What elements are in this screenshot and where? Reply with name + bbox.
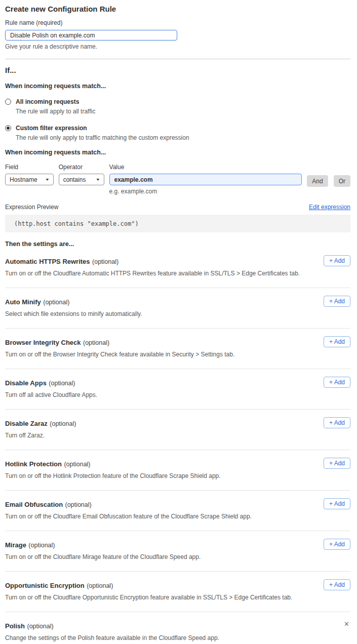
setting-name: Automatic HTTPS Rewrites — [5, 258, 90, 265]
setting-row: Auto Minify (optional) Select which file… — [5, 288, 350, 329]
expression-preview-box: (http.host contains "example.com") — [5, 215, 350, 232]
setting-optional-label: (optional) — [43, 299, 69, 306]
setting-optional-label: (optional) — [64, 461, 90, 468]
setting-optional-label: (optional) — [83, 339, 109, 346]
setting-row: Mirage (optional) Turn on or off the Clo… — [5, 531, 350, 572]
page-title: Create new Configuration Rule — [5, 5, 350, 14]
rule-name-helper: Give your rule a descriptive name. — [5, 43, 350, 50]
add-setting-button[interactable]: + Add — [324, 498, 350, 509]
expression-preview-label: Expression Preview — [5, 204, 58, 211]
setting-description: Turn on or off the Browser Integrity Che… — [5, 351, 350, 358]
add-setting-button[interactable]: + Add — [324, 579, 350, 590]
setting-optional-label: (optional) — [27, 623, 53, 630]
operator-select[interactable]: contains ▼ — [59, 174, 104, 185]
setting-name: Email Obfuscation — [5, 501, 63, 508]
settings-list: Automatic HTTPS Rewrites (optional) Turn… — [5, 248, 350, 612]
operator-label: Operator — [59, 164, 104, 171]
field-label: Field — [5, 164, 54, 171]
setting-optional-label: (optional) — [50, 420, 76, 427]
then-section-heading: Then the settings are... — [5, 240, 350, 248]
setting-row: Browser Integrity Check (optional) Turn … — [5, 329, 350, 369]
rule-name-input[interactable] — [5, 30, 177, 41]
setting-row-polish: Polish (optional) ✕ Change the settings … — [5, 612, 350, 644]
setting-name: Auto Minify — [5, 298, 41, 306]
divider — [5, 59, 350, 59]
setting-name: Disable Apps — [5, 379, 47, 387]
or-button[interactable]: Or — [334, 175, 350, 187]
operator-select-value: contains — [63, 176, 86, 183]
setting-description: Turn on or off the Hotlink Protection fe… — [5, 472, 350, 479]
and-button[interactable]: And — [307, 175, 328, 187]
setting-row: Opportunistic Encryption (optional) Turn… — [5, 572, 350, 612]
radio-option-description: The rule will apply to all traffic — [16, 108, 95, 115]
radio-option-custom-filter-expression[interactable]: Custom filter expression The rule will o… — [5, 125, 350, 141]
rule-name-label: Rule name (required) — [5, 19, 350, 26]
expression-preview-code: (http.host contains "example.com") — [14, 220, 139, 227]
add-setting-button[interactable]: + Add — [324, 417, 350, 428]
setting-description: Change the settings of the Polish featur… — [5, 634, 350, 641]
radio-option-description: The rule will only apply to traffic matc… — [16, 134, 189, 141]
setting-description: Turn off all active Cloudflare Apps. — [5, 391, 350, 398]
add-setting-button[interactable]: + Add — [324, 539, 350, 550]
expression-builder-heading: When incoming requests match... — [5, 149, 350, 156]
edit-expression-link[interactable]: Edit expression — [309, 204, 350, 211]
setting-description: Turn on or off the Cloudflare Email Obfu… — [5, 513, 350, 520]
field-select-value: Hostname — [10, 176, 37, 183]
match-type-heading: When incoming requests match... — [5, 83, 350, 90]
setting-name: Hotlink Protection — [5, 460, 62, 468]
value-input[interactable] — [109, 174, 302, 185]
setting-description: Turn off Zaraz. — [5, 432, 350, 439]
value-label: Value — [109, 164, 302, 171]
setting-optional-label: (optional) — [87, 582, 113, 589]
radio-button-icon[interactable] — [5, 125, 11, 131]
setting-optional-label: (optional) — [65, 501, 92, 508]
setting-row: Email Obfuscation (optional) Turn on or … — [5, 491, 350, 531]
expression-builder: Field Hostname ▼ Operator contains ▼ Val… — [5, 164, 350, 195]
add-setting-button[interactable]: + Add — [324, 458, 350, 469]
add-setting-button[interactable]: + Add — [324, 336, 350, 347]
add-setting-button[interactable]: + Add — [324, 255, 350, 266]
setting-row: Automatic HTTPS Rewrites (optional) Turn… — [5, 248, 350, 288]
setting-name: Opportunistic Encryption — [5, 582, 85, 589]
setting-description: Select which file extensions to minify a… — [5, 310, 350, 317]
setting-description: Turn on or off the Cloudflare Opportunis… — [5, 594, 350, 601]
setting-name: Polish — [5, 622, 25, 630]
setting-description: Turn on or off the Cloudflare Mirage fea… — [5, 553, 350, 560]
close-icon[interactable]: ✕ — [344, 621, 349, 627]
setting-row: Disable Zaraz (optional) Turn off Zaraz.… — [5, 410, 350, 450]
add-setting-button[interactable]: + Add — [324, 377, 350, 388]
setting-row: Disable Apps (optional) Turn off all act… — [5, 369, 350, 410]
field-select[interactable]: Hostname ▼ — [5, 174, 54, 185]
value-helper: e.g. example.com — [109, 188, 302, 195]
setting-name: Mirage — [5, 541, 26, 549]
radio-button-icon[interactable] — [5, 99, 11, 105]
setting-name: Browser Integrity Check — [5, 339, 81, 346]
chevron-down-icon: ▼ — [45, 178, 50, 181]
setting-optional-label: (optional) — [49, 380, 75, 387]
setting-row: Hotlink Protection (optional) Turn on or… — [5, 450, 350, 491]
setting-name: Disable Zaraz — [5, 420, 48, 427]
if-section-heading: If... — [5, 66, 350, 75]
radio-option-label: Custom filter expression — [16, 125, 189, 132]
add-setting-button[interactable]: + Add — [324, 296, 350, 307]
create-configuration-rule-form: Create new Configuration Rule Rule name … — [0, 5, 357, 644]
radio-option-label: All incoming requests — [16, 98, 95, 105]
setting-optional-label: (optional) — [92, 258, 118, 265]
chevron-down-icon: ▼ — [95, 178, 100, 181]
setting-description: Turn on or off the Cloudflare Automatic … — [5, 270, 350, 277]
setting-optional-label: (optional) — [28, 542, 55, 549]
radio-option-all-incoming-requests[interactable]: All incoming requests The rule will appl… — [5, 98, 350, 115]
